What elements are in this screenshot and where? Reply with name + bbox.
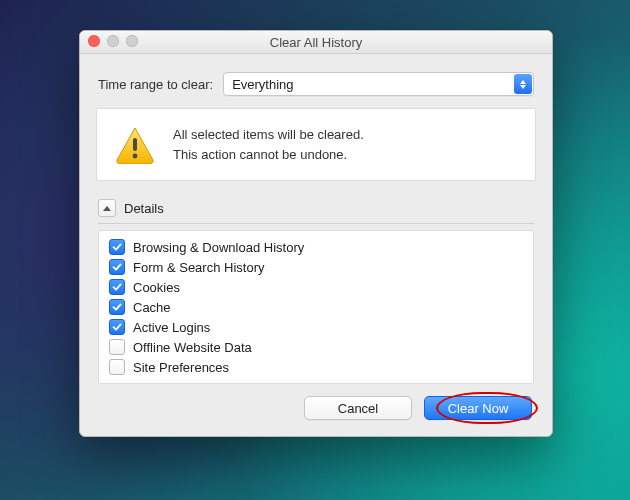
list-item: Active Logins	[99, 317, 533, 337]
minimize-window-button	[107, 35, 119, 47]
checkbox[interactable]	[109, 299, 125, 315]
clear-history-dialog: Clear All History Time range to clear: E…	[79, 30, 553, 437]
svg-rect-0	[133, 138, 137, 151]
list-item: Form & Search History	[99, 257, 533, 277]
checkbox-label: Form & Search History	[133, 260, 264, 275]
checkbox-label: Active Logins	[133, 320, 210, 335]
checkbox[interactable]	[109, 319, 125, 335]
checkbox-label: Cache	[133, 300, 171, 315]
details-title: Details	[124, 201, 164, 216]
checkbox[interactable]	[109, 359, 125, 375]
checkbox-label: Cookies	[133, 280, 180, 295]
list-item: Browsing & Download History	[99, 237, 533, 257]
details-list: Browsing & Download HistoryForm & Search…	[98, 230, 534, 384]
warning-line-1: All selected items will be cleared.	[173, 125, 364, 145]
checkbox[interactable]	[109, 259, 125, 275]
time-range-label: Time range to clear:	[98, 77, 213, 92]
time-range-select[interactable]: Everything	[223, 72, 534, 96]
button-row: Cancel Clear Now	[96, 396, 536, 422]
checkbox-label: Offline Website Data	[133, 340, 252, 355]
time-range-value: Everything	[232, 77, 514, 92]
titlebar: Clear All History	[80, 31, 552, 54]
chevron-up-icon	[103, 206, 111, 211]
warning-line-2: This action cannot be undone.	[173, 145, 364, 165]
window-title: Clear All History	[270, 35, 362, 50]
warning-icon	[115, 126, 155, 164]
checkbox[interactable]	[109, 279, 125, 295]
dialog-content: Time range to clear: Everything	[80, 54, 552, 436]
warning-panel: All selected items will be cleared. This…	[96, 108, 536, 181]
svg-point-1	[133, 153, 138, 158]
window-controls	[88, 35, 138, 47]
details-disclosure-button[interactable]	[98, 199, 116, 217]
time-range-row: Time range to clear: Everything	[98, 72, 534, 96]
list-item: Cache	[99, 297, 533, 317]
details-header: Details	[98, 195, 534, 224]
zoom-window-button	[126, 35, 138, 47]
checkbox[interactable]	[109, 339, 125, 355]
list-item: Offline Website Data	[99, 337, 533, 357]
clear-now-button[interactable]: Clear Now	[424, 396, 532, 420]
checkbox-label: Browsing & Download History	[133, 240, 304, 255]
list-item: Site Preferences	[99, 357, 533, 377]
close-window-button[interactable]	[88, 35, 100, 47]
checkbox[interactable]	[109, 239, 125, 255]
select-stepper-icon	[514, 74, 532, 94]
checkbox-label: Site Preferences	[133, 360, 229, 375]
list-item: Cookies	[99, 277, 533, 297]
warning-text: All selected items will be cleared. This…	[173, 125, 364, 164]
cancel-button[interactable]: Cancel	[304, 396, 412, 420]
